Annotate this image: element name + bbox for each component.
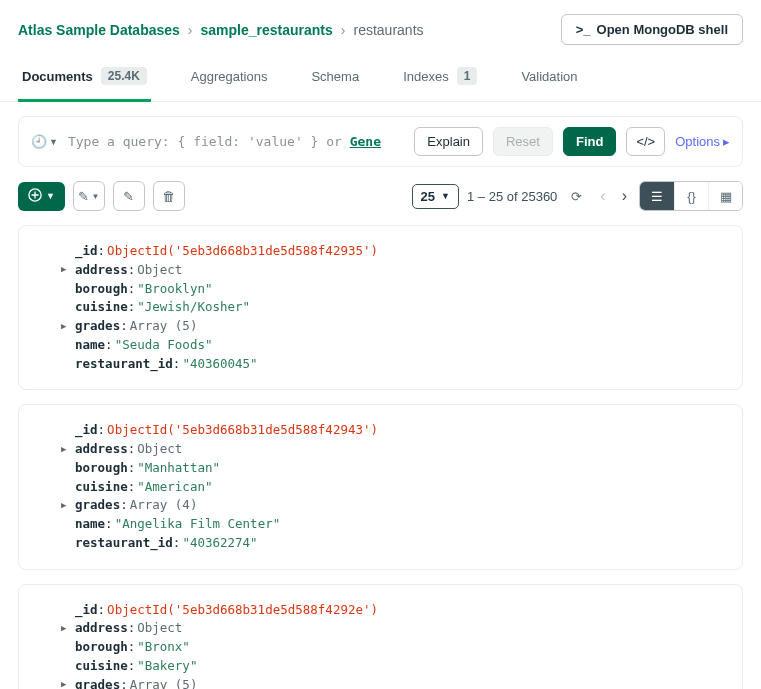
view-json[interactable]: {}: [674, 182, 708, 210]
field-value: "Brooklyn": [137, 280, 212, 299]
documents-list: _id: ObjectId('5eb3d668b31de5d588f42935'…: [0, 211, 761, 689]
expand-caret-icon[interactable]: ▶: [61, 499, 66, 513]
generate-link[interactable]: Gene: [350, 134, 381, 149]
field-key: _id: [75, 421, 98, 440]
field-key: address: [75, 619, 128, 638]
field-key: grades: [75, 676, 120, 690]
colon: :: [120, 317, 128, 336]
braces-icon: {}: [687, 189, 696, 204]
field-value: "Bronx": [137, 638, 190, 657]
explain-button[interactable]: Explain: [414, 127, 483, 156]
field-value: "Bakery": [137, 657, 197, 676]
query-bar: 🕘 ▼ Type a query: { field: 'value' } or …: [18, 116, 743, 167]
colon: :: [98, 242, 106, 261]
colon: :: [98, 421, 106, 440]
edit-multiple-button[interactable]: ✎▼: [73, 181, 105, 211]
query-input[interactable]: Type a query: { field: 'value' } or Gene: [68, 134, 404, 149]
history-dropdown[interactable]: 🕘 ▼: [31, 134, 58, 149]
pencil-icon: ✎: [123, 189, 134, 204]
colon: :: [120, 676, 128, 690]
field-key: cuisine: [75, 478, 128, 497]
field-key: address: [75, 440, 128, 459]
field-row: cuisine : "Jewish/Kosher": [75, 298, 722, 317]
expand-caret-icon[interactable]: ▶: [61, 320, 66, 334]
expand-caret-icon[interactable]: ▶: [61, 622, 66, 636]
field-row: borough : "Brooklyn": [75, 280, 722, 299]
chevron-right-icon: ›: [188, 22, 193, 38]
field-key: cuisine: [75, 298, 128, 317]
page-size-value: 25: [421, 189, 435, 204]
colon: :: [128, 619, 136, 638]
field-row: ▶address : Object: [75, 440, 722, 459]
field-key: grades: [75, 496, 120, 515]
document-card[interactable]: _id: ObjectId('5eb3d668b31de5d588f42935'…: [18, 225, 743, 390]
chevron-right-icon: ›: [341, 22, 346, 38]
field-key: name: [75, 515, 105, 534]
field-key: restaurant_id: [75, 534, 173, 553]
tab-schema[interactable]: Schema: [307, 57, 363, 101]
page-size-select[interactable]: 25 ▼: [412, 184, 459, 209]
field-key: grades: [75, 317, 120, 336]
clock-icon: 🕘: [31, 134, 47, 149]
add-document-button[interactable]: ▼: [18, 182, 65, 211]
expand-caret-icon[interactable]: ▶: [61, 443, 66, 457]
code-toggle-button[interactable]: </>: [626, 127, 665, 156]
field-row: restaurant_id : "40362274": [75, 534, 722, 553]
colon: :: [105, 336, 113, 355]
trash-icon: 🗑: [162, 189, 175, 204]
field-row: ▶grades : Array (5): [75, 317, 722, 336]
edit-button[interactable]: ✎: [113, 181, 145, 211]
tab-indexes[interactable]: Indexes 1: [399, 55, 481, 102]
open-shell-button[interactable]: >_ Open MongoDB shell: [561, 14, 743, 45]
field-key: borough: [75, 459, 128, 478]
field-row: ▶grades : Array (4): [75, 496, 722, 515]
view-list[interactable]: ☰: [640, 182, 674, 210]
caret-down-icon: ▼: [46, 191, 55, 201]
field-value: "40362274": [182, 534, 257, 553]
documents-count-badge: 25.4K: [101, 67, 147, 85]
field-row: cuisine : "American": [75, 478, 722, 497]
next-page-button[interactable]: ›: [618, 187, 631, 205]
find-button[interactable]: Find: [563, 127, 616, 156]
field-row: cuisine : "Bakery": [75, 657, 722, 676]
field-row: restaurant_id : "40360045": [75, 355, 722, 374]
delete-button[interactable]: 🗑: [153, 181, 185, 211]
colon: :: [105, 515, 113, 534]
caret-down-icon: ▼: [91, 192, 99, 201]
breadcrumb-collection: restaurants: [354, 22, 424, 38]
field-value: Array (5): [130, 676, 198, 690]
field-value: ObjectId('5eb3d668b31de5d588f42935'): [107, 242, 378, 261]
caret-down-icon: ▼: [49, 137, 58, 147]
view-switch: ☰ {} ▦: [639, 181, 743, 211]
prev-page-button: ‹: [596, 187, 609, 205]
colon: :: [98, 601, 106, 620]
field-key: borough: [75, 638, 128, 657]
terminal-icon: >_: [576, 22, 591, 37]
tab-documents[interactable]: Documents 25.4K: [18, 55, 151, 102]
document-card[interactable]: _id: ObjectId('5eb3d668b31de5d588f42943'…: [18, 404, 743, 569]
tab-validation[interactable]: Validation: [517, 57, 581, 101]
breadcrumb-db[interactable]: sample_restaurants: [201, 22, 333, 38]
colon: :: [128, 459, 136, 478]
tabs: Documents 25.4K Aggregations Schema Inde…: [0, 55, 761, 102]
document-card[interactable]: _id: ObjectId('5eb3d668b31de5d588f4292e'…: [18, 584, 743, 690]
colon: :: [128, 280, 136, 299]
field-row: ▶address : Object: [75, 619, 722, 638]
view-table[interactable]: ▦: [708, 182, 742, 210]
breadcrumb-db-group[interactable]: Atlas Sample Databases: [18, 22, 180, 38]
tab-aggregations[interactable]: Aggregations: [187, 57, 272, 101]
caret-right-icon: ▸: [723, 134, 730, 149]
options-toggle[interactable]: Options ▸: [675, 134, 730, 149]
caret-down-icon: ▼: [441, 191, 450, 201]
expand-caret-icon[interactable]: ▶: [61, 263, 66, 277]
colon: :: [128, 657, 136, 676]
colon: :: [120, 496, 128, 515]
indexes-count-badge: 1: [457, 67, 478, 85]
expand-caret-icon[interactable]: ▶: [61, 678, 66, 689]
refresh-button[interactable]: ⟳: [565, 189, 588, 204]
field-key: _id: [75, 601, 98, 620]
plus-circle-icon: [28, 188, 42, 205]
colon: :: [128, 298, 136, 317]
field-row: ▶grades : Array (5): [75, 676, 722, 690]
field-row: borough : "Manhattan": [75, 459, 722, 478]
